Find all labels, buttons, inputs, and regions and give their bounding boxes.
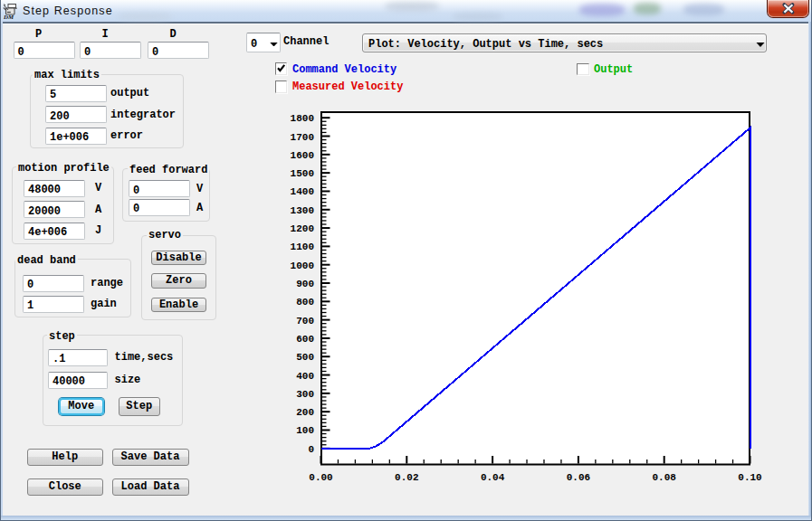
- svg-text:DM: DM: [3, 14, 14, 19]
